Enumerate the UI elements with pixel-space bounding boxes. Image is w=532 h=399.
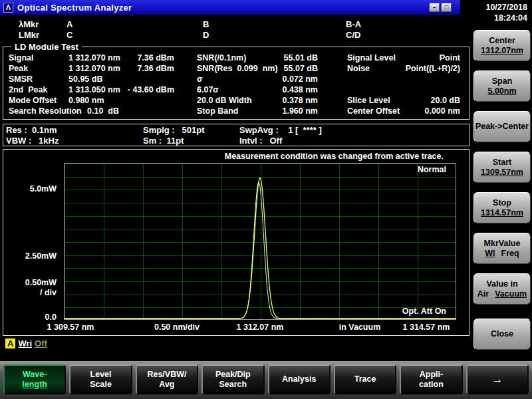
- x-axis-medium-label: in Vacuum: [339, 323, 381, 332]
- softkey-stop[interactable]: Stop 1314.57nm: [473, 192, 531, 223]
- spectrum-plot: Normal Opt. Att On: [64, 163, 456, 320]
- y-axis-label-full: 5.0mW: [3, 184, 61, 194]
- sweep-average-setting: SwpAvg : 1 [ **** ]: [239, 125, 322, 135]
- analysis-value: 55.07 dB: [197, 64, 318, 73]
- fkey-label: Appli-: [420, 370, 443, 380]
- graph-panel: Measurement condition was changed from a…: [3, 149, 469, 336]
- lambda-marker-label: λMkr: [19, 19, 39, 29]
- ld-module-test-box: LD Module Test Signal 1 312.070 nm 7.36 …: [3, 47, 469, 120]
- fkey-level-scale[interactable]: Level Scale: [69, 364, 132, 394]
- y-axis-per-div-label2: / div: [3, 288, 61, 297]
- fkey-trace[interactable]: Trace: [334, 364, 396, 394]
- softkey-label: Value in: [486, 279, 517, 289]
- measurement-warning-text: Measurement condition was changed from a…: [225, 152, 444, 161]
- softkey-close[interactable]: Close: [473, 319, 531, 350]
- marker-a: A: [66, 19, 72, 29]
- settings-row: VBW : 1kHz Sm : 11pt Intvl : Off: [3, 136, 469, 146]
- time-text: 18:24:04: [466, 13, 527, 23]
- x-axis-stop-label: 1 314.57 nm: [403, 323, 450, 332]
- softkey-panel: Center 1312.07nm Span 5.00nm Peak->Cente…: [473, 30, 531, 359]
- softkey-label: MkrValue: [484, 239, 521, 249]
- analysis-value: 7.36 dBm: [7, 64, 174, 73]
- analysis-row-signal: Signal 1 312.070 nm 7.36 dBm SNR(/0.1nm)…: [7, 53, 465, 64]
- date-text: 10/27/2018: [466, 2, 527, 13]
- softkey-span[interactable]: Span 5.00nm: [473, 70, 531, 102]
- softkey-label: Start: [493, 158, 511, 168]
- fkey-label: Analysis: [282, 374, 316, 384]
- trace-plot-svg: [65, 164, 456, 319]
- smoothing-setting: Sm : 11pt: [143, 136, 184, 146]
- marker-header: λMkr A B B-A LMkr C D C/D: [0, 19, 472, 42]
- softkey-start[interactable]: Start 1309.57nm: [473, 152, 531, 183]
- analysis-value: 0.10 dB: [87, 106, 119, 116]
- fkey-label: Search: [219, 380, 247, 390]
- softkey-label: Center: [489, 36, 515, 46]
- vbw-setting: VBW : 1kHz: [6, 136, 59, 146]
- fkey-wavelength[interactable]: Wave- length: [3, 364, 66, 394]
- right-arrow-icon: →: [491, 374, 503, 384]
- trace-status: A Wri Off: [5, 338, 47, 348]
- marker-b-minus-a: B-A: [346, 19, 361, 29]
- softkey-value: 1312.07nm: [481, 46, 523, 56]
- fkey-analysis[interactable]: Analysis: [268, 364, 331, 394]
- analysis-value: 0.000 nm: [347, 106, 460, 116]
- fkey-label: length: [22, 380, 47, 390]
- fkey-more-arrow[interactable]: →: [466, 364, 529, 394]
- analysis-value: 7.36 dBm: [7, 53, 174, 63]
- analysis-value: 1.960 nm: [197, 106, 318, 116]
- fkey-application[interactable]: Appli- cation: [400, 364, 462, 394]
- analysis-value: 0.378 nm: [197, 96, 318, 105]
- level-marker-label: LMkr: [19, 30, 39, 40]
- y-axis-per-div-label: 0.50mW: [3, 278, 61, 287]
- fkey-label: Avg: [159, 380, 174, 390]
- softkey-option-vacuum: Vacuum: [495, 289, 527, 299]
- fkey-res-vbw-avg[interactable]: Res/VBW/ Avg: [136, 364, 198, 394]
- analysis-row-peak: Peak 1 312.070 nm 7.36 dBm SNR(Res 0.099…: [7, 64, 465, 74]
- softkey-mkr-value[interactable]: MkrValue Wl Freq: [473, 233, 531, 264]
- minimize-button[interactable]: –: [430, 3, 440, 12]
- interval-setting: Intvl : Off: [239, 136, 282, 146]
- analysis-label: SMSR: [9, 74, 33, 84]
- window-buttons: – □: [430, 3, 452, 12]
- softkey-option-wl: Wl: [485, 249, 495, 259]
- fkey-label: Trace: [354, 374, 376, 384]
- analysis-row-smsr: SMSR 50.95 dB σ 0.072 nm: [7, 74, 465, 85]
- softkey-value-in[interactable]: Value in Air Vacuum: [473, 273, 531, 305]
- other-traces-off-label: Off: [35, 338, 47, 348]
- y-axis-zero-label: 0.0: [3, 313, 61, 322]
- softkey-option-air: Air: [477, 289, 489, 299]
- softkey-label: Peak->Center: [475, 122, 529, 132]
- settings-row: Res : 0.1nm Smplg : 501pt SwpAvg : 1 [ *…: [3, 125, 469, 136]
- fkey-label: cation: [419, 380, 444, 390]
- analysis-value: Point: [347, 53, 460, 63]
- softkey-option-freq: Freq: [501, 249, 519, 259]
- analysis-row-mode-offset: Mode Offset 0.980 nm 20.0 dB Width 0.378…: [7, 96, 465, 106]
- analysis-box-title: LD Module Test: [11, 42, 82, 52]
- resolution-setting: Res : 0.1nm: [6, 125, 57, 135]
- maximize-button[interactable]: □: [442, 3, 452, 12]
- fkey-label: Peak/Dip: [215, 370, 251, 380]
- analysis-value: 0.072 nm: [197, 74, 318, 84]
- fkey-peak-dip-search[interactable]: Peak/Dip Search: [201, 364, 264, 394]
- title-bar: Λ Optical Spectrum Analyzer – □: [0, 0, 460, 15]
- analysis-value: 0.438 nm: [197, 85, 318, 94]
- x-axis-start-label: 1 309.57 nm: [47, 323, 94, 332]
- x-axis-center-label: 1 312.07 nm: [237, 323, 284, 332]
- marker-b: B: [203, 19, 209, 29]
- softkey-peak-to-center[interactable]: Peak->Center: [473, 111, 531, 142]
- trace-b-line: [65, 182, 456, 319]
- analysis-value: 20.0 dB: [347, 96, 460, 105]
- softkey-value: 5.00nm: [487, 86, 516, 96]
- app-logo-icon: Λ: [3, 3, 13, 13]
- softkey-label: Close: [491, 329, 513, 339]
- fkey-label: Scale: [90, 380, 112, 390]
- active-trace-badge[interactable]: A: [5, 338, 15, 348]
- softkey-label: Span: [492, 76, 513, 86]
- analysis-rows: Signal 1 312.070 nm 7.36 dBm SNR(/0.1nm)…: [7, 53, 465, 117]
- optical-attenuator-status: Opt. Att On: [402, 307, 446, 316]
- sweep-settings-box: Res : 0.1nm Smplg : 501pt SwpAvg : 1 [ *…: [3, 124, 469, 146]
- softkey-center[interactable]: Center 1312.07nm: [473, 30, 531, 61]
- softkey-value: 1309.57nm: [481, 168, 523, 178]
- sampling-setting: Smplg : 501pt: [143, 125, 204, 135]
- fkey-label: Wave-: [23, 370, 47, 380]
